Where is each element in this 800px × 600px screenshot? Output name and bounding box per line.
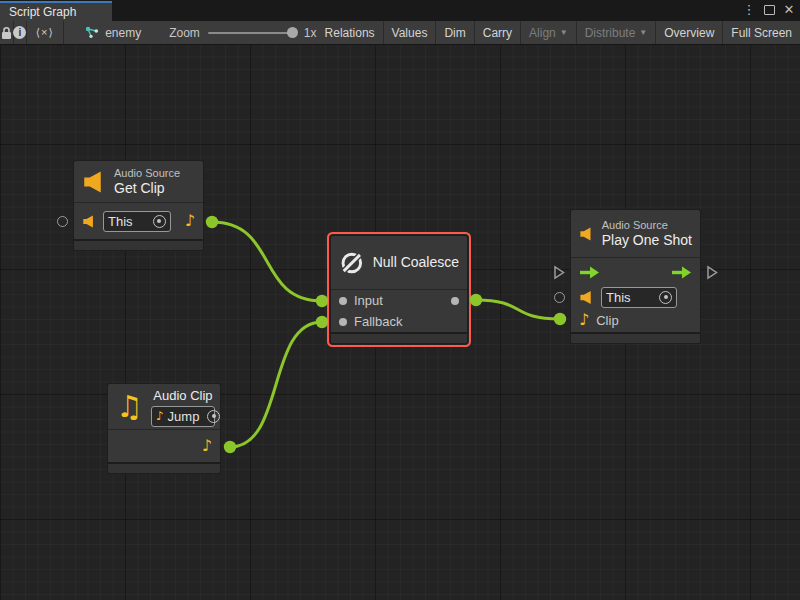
lock-button[interactable] — [0, 21, 13, 44]
toolbar-button-full-screen[interactable]: Full Screen — [723, 21, 800, 44]
toolbar-button-label: Full Screen — [731, 26, 792, 40]
node-port-row: This♪ — [74, 203, 203, 239]
node-header[interactable]: Audio SourcePlay One Shot — [571, 210, 700, 258]
tab-label: Script Graph — [9, 5, 76, 19]
code-button[interactable]: ⟨×⟩ — [27, 21, 63, 44]
toolbar-button-label: Align — [529, 26, 556, 40]
port-label: Clip — [596, 313, 618, 328]
node-footer — [331, 332, 467, 343]
graph-toolbar: i ⟨×⟩ enemy Zoom 1x RelationsValuesDimCa… — [0, 21, 800, 45]
toolbar-button-align[interactable]: Align▼ — [521, 21, 576, 44]
toolbar-button-distribute[interactable]: Distribute▼ — [577, 21, 656, 44]
node-port-row: ♪Clip — [571, 308, 700, 332]
wire-endpoint-dot[interactable] — [470, 294, 482, 306]
music-note-icon: ♪ — [579, 312, 589, 328]
connection-wire — [212, 222, 322, 301]
zoom-value: 1x — [304, 26, 317, 40]
tab-script-graph[interactable]: Script Graph — [0, 1, 112, 21]
node-title: Null Coalesce — [373, 254, 459, 271]
value-port-dot[interactable] — [451, 297, 459, 305]
value-port-circle[interactable] — [554, 292, 565, 303]
node-play-one-shot[interactable]: Audio SourcePlay One ShotThis♪Clip — [571, 210, 700, 343]
node-title: Audio Clip — [153, 387, 212, 404]
object-field[interactable]: This — [601, 287, 677, 308]
music-note-icon: ♪ — [185, 213, 195, 229]
graph-icon — [85, 26, 99, 39]
zoom-slider-handle[interactable] — [287, 27, 298, 38]
code-icon: ⟨×⟩ — [36, 26, 54, 39]
chevron-down-icon: ▼ — [560, 28, 568, 37]
wire-endpoint-dot[interactable] — [206, 216, 218, 228]
toolbar-button-label: Values — [392, 26, 428, 40]
toolbar-button-relations[interactable]: Relations — [317, 21, 383, 44]
port-label: Fallback — [354, 314, 402, 329]
value-port-circle[interactable] — [57, 216, 68, 227]
toolbar-button-label: Distribute — [585, 26, 636, 40]
lock-icon — [0, 26, 13, 40]
toolbar-button-label: Dim — [444, 26, 465, 40]
zoom-slider[interactable] — [208, 32, 296, 34]
node-null-coalesce[interactable]: Null CoalesceInputFallback — [331, 236, 467, 343]
object-field[interactable]: ♪Jump — [151, 406, 215, 427]
value-port-dot[interactable] — [339, 318, 347, 326]
menu-icon[interactable]: ⋮ — [742, 2, 756, 18]
node-footer — [74, 239, 203, 250]
wire-endpoint-dot[interactable] — [224, 441, 236, 453]
object-picker-icon[interactable] — [659, 291, 672, 304]
graph-canvas[interactable]: Audio SourceGet ClipThis♪Null CoalesceIn… — [0, 45, 800, 600]
node-port-row: Fallback — [331, 311, 467, 332]
node-header[interactable]: Audio SourceGet Clip — [74, 161, 203, 203]
object-field-value: This — [108, 214, 133, 229]
node-header[interactable]: ♫Audio Clip♪Jump — [108, 384, 220, 430]
object-field[interactable]: This — [103, 211, 171, 232]
connection-wire — [230, 322, 322, 447]
node-subtitle: Audio Source — [602, 219, 692, 232]
music-note-icon: ♪ — [156, 410, 164, 422]
chevron-down-icon: ▼ — [639, 28, 647, 37]
music-note-icon: ♪ — [202, 438, 212, 454]
object-picker-icon[interactable] — [207, 410, 220, 423]
audio-source-icon — [579, 290, 594, 305]
object-field-value: Jump — [168, 409, 200, 424]
node-title: Get Clip — [114, 180, 180, 197]
tab-strip: Script Graph ⋮ ✕ — [0, 0, 800, 21]
node-subtitle: Audio Source — [114, 167, 180, 180]
wire-endpoint-dot[interactable] — [316, 295, 328, 307]
node-footer — [571, 332, 700, 343]
toolbar-button-label: Relations — [325, 26, 375, 40]
zoom-label: Zoom — [169, 26, 200, 40]
node-titles: Audio SourcePlay One Shot — [602, 219, 692, 249]
audio-source-icon — [82, 214, 96, 229]
object-picker-icon[interactable] — [153, 215, 166, 228]
toolbar-button-values[interactable]: Values — [384, 21, 436, 44]
node-audio-clip[interactable]: ♫Audio Clip♪Jump♪ — [108, 384, 220, 473]
music-note-icon: ♫ — [116, 392, 143, 422]
toolbar-button-carry[interactable]: Carry — [475, 21, 520, 44]
node-port-row: Input — [331, 290, 467, 311]
node-title: Play One Shot — [602, 232, 692, 249]
close-icon[interactable]: ✕ — [782, 2, 796, 18]
info-button[interactable]: i — [13, 21, 26, 44]
toolbar-button-dim[interactable]: Dim — [436, 21, 473, 44]
node-port-row: ♪ — [108, 430, 220, 462]
window-controls: ⋮ ✕ — [742, 2, 796, 18]
object-field-value: This — [606, 290, 631, 305]
node-titles: Audio SourceGet Clip — [114, 167, 180, 197]
zoom-control: Zoom 1x — [169, 21, 316, 44]
node-port-row — [571, 258, 700, 286]
graph-reference[interactable]: enemy — [85, 21, 141, 44]
unity-script-graph-window: Script Graph ⋮ ✕ i ⟨×⟩ — [0, 0, 800, 600]
node-get-clip[interactable]: Audio SourceGet ClipThis♪ — [74, 161, 203, 250]
wire-endpoint-dot[interactable] — [554, 313, 566, 325]
value-port-dot[interactable] — [339, 297, 347, 305]
wire-endpoint-dot[interactable] — [316, 316, 328, 328]
flow-port-triangle[interactable] — [553, 265, 565, 280]
toolbar-button-label: Carry — [483, 26, 512, 40]
node-header[interactable]: Null Coalesce — [331, 236, 467, 290]
port-label: Input — [354, 293, 383, 308]
audio-source-icon — [579, 222, 594, 246]
flow-port-triangle[interactable] — [706, 265, 718, 280]
audio-source-icon — [82, 170, 106, 194]
toolbar-button-overview[interactable]: Overview — [656, 21, 722, 44]
maximize-icon[interactable] — [762, 2, 776, 18]
